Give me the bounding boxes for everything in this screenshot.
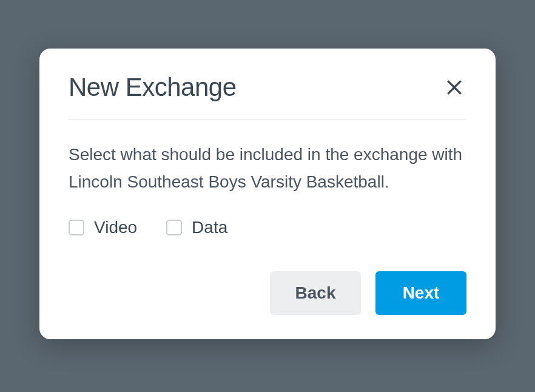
close-icon	[445, 78, 464, 97]
checkbox-box-icon	[69, 220, 84, 235]
new-exchange-modal: New Exchange Select what should be inclu…	[39, 49, 496, 339]
modal-title: New Exchange	[69, 73, 237, 102]
checkbox-group: Video Data	[69, 218, 466, 237]
checkbox-video-label: Video	[94, 218, 137, 237]
checkbox-data[interactable]: Data	[166, 218, 227, 237]
close-button[interactable]	[442, 75, 466, 100]
checkbox-video[interactable]: Video	[69, 218, 137, 237]
modal-body: Select what should be included in the ex…	[69, 120, 466, 315]
modal-footer: Back Next	[69, 271, 466, 315]
checkbox-data-label: Data	[192, 218, 227, 237]
checkbox-box-icon	[166, 220, 182, 235]
back-button[interactable]: Back	[270, 271, 361, 315]
modal-header: New Exchange	[69, 73, 466, 120]
modal-description: Select what should be included in the ex…	[69, 141, 466, 196]
next-button[interactable]: Next	[375, 271, 466, 315]
